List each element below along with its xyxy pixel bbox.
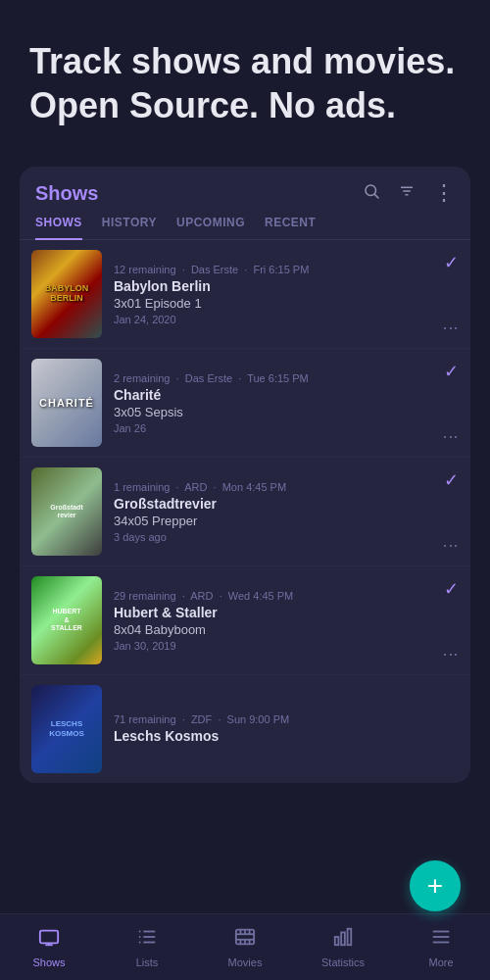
header-icons: ⋮: [363, 180, 455, 206]
statistics-icon: [332, 926, 354, 953]
poster-label-grossstadt: Großstadtrevier: [48, 502, 84, 522]
movies-icon: [234, 926, 256, 953]
show-name: Babylon Berlin: [114, 278, 433, 294]
show-poster-grossstadt: Großstadtrevier: [31, 467, 102, 556]
list-item: BABYLONBERLIN 12 remaining · Das Erste ·…: [20, 240, 470, 349]
svg-point-11: [139, 931, 141, 933]
nav-item-statistics[interactable]: Statistics: [314, 926, 372, 968]
show-name: Leschs Kosmos: [114, 728, 434, 744]
svg-rect-24: [341, 932, 345, 945]
show-poster-hubert: HUBERT&STALLER: [31, 576, 102, 664]
hero-title: Track shows and movies. Open Source. No …: [29, 39, 461, 127]
poster-label-babylon: BABYLONBERLIN: [43, 282, 91, 306]
show-actions: ✓ ⋮: [443, 467, 459, 556]
nav-item-movies[interactable]: Movies: [216, 926, 274, 968]
show-episode: 8x04 Babyboom: [114, 622, 433, 637]
check-icon[interactable]: ✓: [444, 578, 459, 600]
svg-rect-5: [40, 931, 58, 944]
show-name: Hubert & Staller: [114, 605, 433, 620]
bottom-navigation: Shows Lists: [0, 913, 490, 980]
show-info-babylon: 12 remaining · Das Erste · Fri 6:15 PM B…: [102, 250, 443, 338]
list-item: HUBERT&STALLER 29 remaining · ARD · Wed …: [20, 566, 470, 675]
card-header: Shows ⋮: [20, 167, 470, 206]
show-episode: 3x05 Sepsis: [114, 405, 433, 419]
show-name: Großstadtrevier: [114, 496, 433, 512]
lists-icon: [136, 926, 158, 953]
show-date: 3 days ago: [114, 531, 433, 543]
more-options-icon[interactable]: ⋮: [443, 646, 459, 662]
more-icon: [430, 926, 452, 953]
nav-label-statistics: Statistics: [321, 956, 365, 968]
show-episode: 34x05 Prepper: [114, 514, 433, 528]
show-meta: 1 remaining · ARD · Mon 4:45 PM: [114, 481, 433, 493]
main-card: Shows ⋮ SHOWS HISTORY UPCOMING RECENT: [20, 167, 470, 783]
hero-section: Track shows and movies. Open Source. No …: [0, 0, 490, 157]
show-poster-charite: CHARITÉ: [31, 359, 102, 447]
poster-label-charite: CHARITÉ: [39, 397, 94, 409]
show-actions: ✓ ⋮: [443, 359, 459, 447]
check-icon[interactable]: ✓: [444, 252, 459, 273]
nav-label-more: More: [428, 956, 453, 968]
show-date: Jan 26: [114, 422, 433, 434]
card-title: Shows: [35, 182, 98, 205]
check-icon[interactable]: ✓: [444, 361, 459, 382]
list-item: LESCHSKOSMOS 71 remaining · ZDF · Sun 9:…: [20, 675, 470, 783]
overflow-menu-icon[interactable]: ⋮: [433, 180, 455, 206]
show-date: Jan 30, 2019: [114, 640, 433, 652]
tab-shows[interactable]: SHOWS: [35, 216, 82, 239]
show-date: Jan 24, 2020: [114, 314, 433, 325]
show-actions: ✓: [444, 685, 459, 773]
more-options-icon[interactable]: ⋮: [443, 428, 459, 445]
show-name: Charité: [114, 387, 433, 403]
nav-label-lists: Lists: [136, 956, 159, 968]
svg-rect-23: [335, 937, 339, 945]
poster-label-hubert: HUBERT&STALLER: [49, 606, 84, 634]
search-icon[interactable]: [363, 182, 380, 205]
svg-line-1: [374, 194, 378, 198]
tab-upcoming[interactable]: UPCOMING: [176, 216, 245, 239]
check-icon[interactable]: ✓: [444, 469, 459, 491]
show-actions: ✓ ⋮: [443, 250, 459, 338]
more-options-icon[interactable]: ⋮: [443, 537, 459, 554]
nav-label-shows: Shows: [32, 956, 65, 968]
tab-recent[interactable]: RECENT: [265, 216, 316, 239]
show-poster-leschs: LESCHSKOSMOS: [31, 685, 102, 773]
add-fab-button[interactable]: +: [410, 860, 461, 911]
show-meta: 29 remaining · ARD · Wed 4:45 PM: [114, 590, 433, 602]
list-item: CHARITÉ 2 remaining · Das Erste · Tue 6:…: [20, 349, 470, 458]
more-options-icon[interactable]: ⋮: [443, 319, 459, 336]
show-poster-babylon: BABYLONBERLIN: [31, 250, 102, 338]
svg-point-12: [139, 936, 141, 938]
svg-rect-25: [348, 929, 352, 946]
svg-point-13: [139, 942, 141, 944]
nav-item-lists[interactable]: Lists: [118, 926, 176, 968]
poster-label-leschs: LESCHSKOSMOS: [47, 717, 86, 742]
show-info-leschs: 71 remaining · ZDF · Sun 9:00 PM Leschs …: [102, 685, 444, 773]
nav-item-more[interactable]: More: [412, 926, 470, 968]
filter-icon[interactable]: [398, 182, 416, 205]
show-meta: 12 remaining · Das Erste · Fri 6:15 PM: [114, 264, 433, 275]
show-info-charite: 2 remaining · Das Erste · Tue 6:15 PM Ch…: [102, 359, 443, 447]
list-item: Großstadtrevier 1 remaining · ARD · Mon …: [20, 458, 470, 566]
svg-point-0: [366, 185, 376, 196]
show-episode: 3x01 Episode 1: [114, 296, 433, 311]
nav-label-movies: Movies: [228, 956, 263, 968]
show-info-grossstadt: 1 remaining · ARD · Mon 4:45 PM Großstad…: [102, 467, 443, 556]
plus-icon: +: [427, 870, 443, 902]
show-info-hubert: 29 remaining · ARD · Wed 4:45 PM Hubert …: [102, 576, 443, 664]
show-meta: 71 remaining · ZDF · Sun 9:00 PM: [114, 713, 434, 725]
tv-icon: [38, 926, 60, 953]
tab-history[interactable]: HISTORY: [102, 216, 157, 239]
nav-item-shows[interactable]: Shows: [20, 926, 78, 968]
tabs-bar: SHOWS HISTORY UPCOMING RECENT: [20, 206, 470, 240]
show-meta: 2 remaining · Das Erste · Tue 6:15 PM: [114, 372, 433, 384]
show-list: BABYLONBERLIN 12 remaining · Das Erste ·…: [20, 240, 470, 783]
show-actions: ✓ ⋮: [443, 576, 459, 664]
